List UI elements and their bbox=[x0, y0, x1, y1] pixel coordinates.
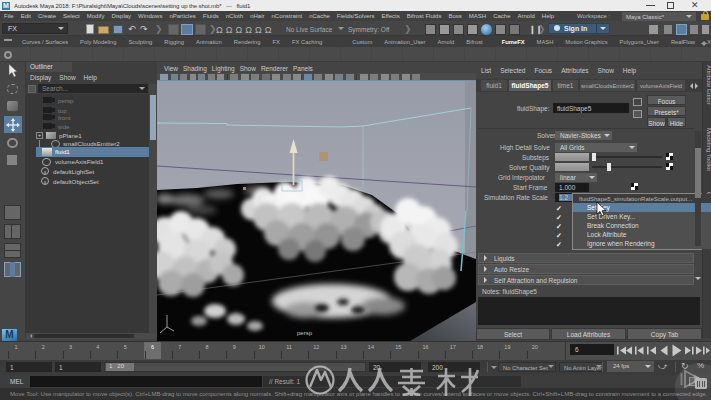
svg-text:persp: persp bbox=[297, 330, 313, 336]
